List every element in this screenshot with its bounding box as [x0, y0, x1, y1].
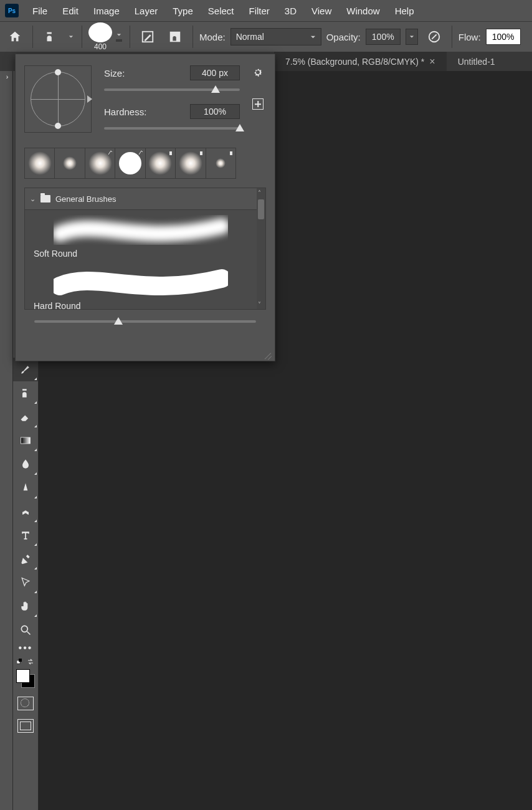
preview-size-slider[interactable] — [34, 316, 256, 327]
blend-mode-value: Normal — [236, 32, 264, 42]
svg-rect-22 — [19, 659, 22, 662]
size-input[interactable]: 400 px — [190, 65, 240, 80]
tool-gradient[interactable] — [13, 429, 38, 452]
menu-type[interactable]: Type — [165, 0, 201, 21]
edit-toolbar-button[interactable]: ••• — [13, 642, 38, 654]
tool-blur[interactable] — [13, 452, 38, 476]
scroll-up-icon[interactable]: ˄ — [258, 189, 261, 196]
tool-type[interactable] — [13, 523, 38, 547]
screen-mode-toggle[interactable] — [17, 719, 34, 733]
svg-rect-18 — [21, 437, 31, 444]
svg-point-19 — [21, 626, 27, 632]
recent-brushes — [24, 148, 236, 179]
blend-mode-select[interactable]: Normal — [230, 28, 321, 45]
hardness-label: Hardness: — [104, 107, 146, 117]
swap-colors-icon[interactable] — [27, 658, 34, 665]
menu-layer[interactable]: Layer — [127, 0, 166, 21]
document-tab-title: 7.5% (Background, RGB/8/CMYK) * — [285, 57, 424, 67]
recent-brush[interactable] — [85, 148, 115, 178]
options-bar: 400 Mode: Normal Opacity: 100% Flow: 100… — [0, 21, 532, 52]
color-swatches[interactable] — [16, 669, 35, 688]
quick-mask-toggle[interactable] — [17, 697, 34, 710]
opacity-label: Opacity: — [326, 32, 361, 42]
chevron-down-icon: ⌄ — [30, 195, 36, 203]
brush-list-item[interactable]: Hard Round — [25, 262, 257, 309]
tool-preset-caret[interactable] — [67, 34, 75, 39]
hardness-slider[interactable] — [104, 123, 240, 134]
size-slider[interactable] — [104, 84, 240, 95]
default-colors-icon[interactable] — [17, 659, 23, 665]
brush-list-item[interactable]: Soft Round — [25, 210, 257, 262]
recent-brush[interactable] — [146, 148, 176, 178]
menu-3d[interactable]: 3D — [277, 0, 304, 21]
chevron-right-icon: ›› — [6, 74, 7, 80]
tool-clone-stamp[interactable] — [13, 381, 38, 405]
brush-folder-name: General Brushes — [55, 194, 116, 204]
menu-view[interactable]: View — [304, 0, 339, 21]
menu-select[interactable]: Select — [201, 0, 242, 21]
brush-preset-picker[interactable]: 400 — [88, 22, 123, 51]
recent-brush[interactable] — [55, 148, 85, 178]
menu-window[interactable]: Window — [339, 0, 387, 21]
menu-help[interactable]: Help — [387, 0, 422, 21]
menu-image[interactable]: Image — [86, 0, 127, 21]
tool-pen[interactable] — [13, 547, 38, 571]
scroll-down-icon[interactable]: ˅ — [258, 301, 261, 308]
home-button[interactable] — [4, 26, 26, 48]
document-tab-title: Untitled-1 — [458, 57, 495, 67]
angle-arrow-icon — [87, 95, 92, 103]
resize-grip[interactable] — [264, 350, 272, 358]
tool-zoom[interactable] — [13, 618, 38, 642]
flow-label: Flow: — [458, 32, 481, 42]
app-logo: Ps — [5, 4, 19, 17]
blend-mode-label: Mode: — [199, 32, 226, 42]
opacity-caret[interactable] — [406, 29, 418, 45]
menu-filter[interactable]: Filter — [242, 0, 277, 21]
pressure-opacity-toggle[interactable] — [423, 26, 445, 48]
hardness-input[interactable]: 100% — [190, 104, 240, 119]
brush-preset-panel: Size: 400 px Hardness: 100% — [15, 54, 275, 361]
brush-name: Hard Round — [31, 301, 250, 309]
recent-brush[interactable] — [206, 148, 235, 178]
tool-eraser[interactable] — [13, 405, 38, 429]
brush-settings-toggle[interactable] — [136, 26, 159, 48]
recent-brush[interactable] — [115, 148, 145, 178]
brush-stroke-preview — [31, 214, 250, 246]
svg-rect-17 — [22, 389, 27, 391]
color-replacement-icon[interactable] — [164, 26, 186, 48]
tool-dodge[interactable] — [13, 476, 38, 500]
brush-name: Soft Round — [31, 249, 250, 259]
brush-preset-caret[interactable] — [115, 32, 123, 37]
tool-preset-picker[interactable] — [39, 26, 62, 48]
brush-folder-header[interactable]: ⌄ General Brushes — [25, 188, 257, 210]
menu-bar: Ps File Edit Image Layer Type Select Fil… — [0, 0, 532, 21]
tool-path-select[interactable] — [13, 571, 38, 594]
panel-collapse-rail[interactable]: ›› — [0, 71, 13, 810]
svg-rect-0 — [47, 32, 52, 34]
scrollbar-thumb[interactable] — [258, 199, 264, 219]
brush-angle-control[interactable] — [24, 65, 92, 133]
flow-input[interactable]: 100% — [486, 29, 521, 45]
close-tab-icon[interactable]: × — [429, 56, 435, 67]
foreground-color[interactable] — [16, 669, 30, 683]
brush-size-label: 400 — [94, 42, 107, 51]
brush-stroke-preview — [31, 266, 250, 298]
panel-menu-button[interactable] — [252, 67, 264, 80]
opacity-input[interactable]: 100% — [366, 29, 401, 45]
svg-line-20 — [27, 632, 31, 635]
brush-preview-icon — [88, 22, 112, 42]
menu-edit[interactable]: Edit — [55, 0, 86, 21]
new-brush-button[interactable] — [252, 98, 264, 110]
menu-file[interactable]: File — [25, 0, 55, 21]
recent-brush[interactable] — [176, 148, 206, 178]
tool-smudge[interactable] — [13, 500, 38, 523]
brush-library-scrollbar[interactable]: ˄ ˅ — [257, 188, 265, 309]
brush-library: ⌄ General Brushes Soft Round Hard Round … — [24, 188, 266, 310]
recent-brush[interactable] — [25, 148, 55, 178]
brush-stamp-slot — [116, 39, 122, 42]
document-tab[interactable]: Untitled-1 — [447, 52, 506, 72]
folder-icon — [40, 195, 50, 202]
size-label: Size: — [104, 68, 125, 79]
document-tab-active[interactable]: 7.5% (Background, RGB/8/CMYK) * × — [274, 52, 447, 72]
tool-hand[interactable] — [13, 594, 38, 618]
